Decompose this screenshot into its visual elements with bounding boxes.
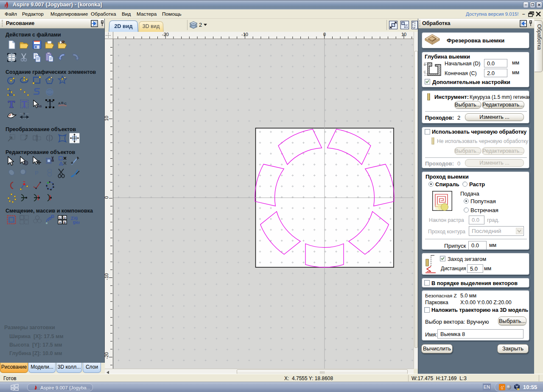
- svg-text:P: P: [35, 170, 39, 176]
- svg-text:-20: -20: [162, 32, 169, 37]
- svg-text:0: 0: [105, 196, 109, 199]
- svg-text:0: 0: [323, 32, 326, 37]
- svg-text:C: C: [424, 70, 426, 73]
- svg-text:C: C: [59, 216, 61, 219]
- svg-text:-10: -10: [105, 273, 109, 280]
- svg-text:?: ?: [23, 112, 25, 116]
- svg-text:A: A: [59, 221, 61, 224]
- svg-text:AB: AB: [37, 104, 42, 108]
- svg-text:B: B: [64, 221, 66, 224]
- svg-text:10: 10: [105, 116, 109, 121]
- svg-text:ger: ger: [73, 219, 80, 224]
- svg-text:-10: -10: [241, 32, 248, 37]
- svg-text:10: 10: [401, 32, 406, 37]
- svg-text:D: D: [424, 63, 426, 66]
- svg-text:A: A: [58, 101, 61, 105]
- svg-text:-20: -20: [105, 352, 109, 359]
- svg-text:B: B: [61, 101, 64, 105]
- svg-text:D: D: [64, 216, 66, 219]
